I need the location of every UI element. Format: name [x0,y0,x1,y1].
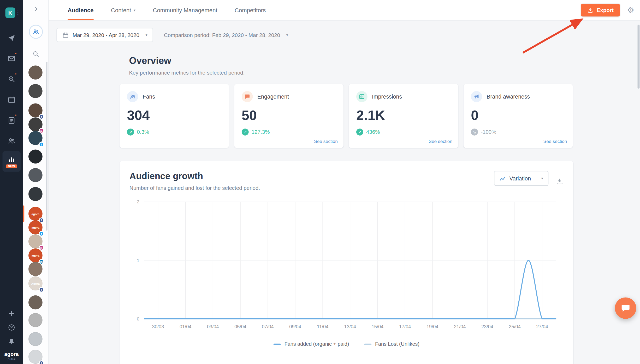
profile-avatar[interactable]: agorat [28,220,43,235]
sidebar-item-calendar[interactable] [2,89,21,110]
see-section-link[interactable]: See section [314,139,338,144]
svg-text:30/03: 30/03 [152,324,164,329]
profile-avatar[interactable]: ◎ [28,234,43,249]
trend-up-icon: ↗ [356,129,363,136]
chat-widget-button[interactable] [615,298,636,319]
chevron-down-icon: ▾ [146,33,147,37]
metric-value: 0 [471,107,565,123]
profile-avatar[interactable]: t [28,131,43,146]
metric-card-brand-awareness: Brand awareness0↘-100%See section [464,84,573,148]
svg-text:11/04: 11/04 [317,324,328,329]
filters-row: Mar 29, 2020 - Apr 28, 2020 ▾ Comparison… [56,28,640,42]
card-header: Brand awareness [471,91,565,102]
export-label: Export [597,7,614,13]
tab-competitors[interactable]: Competitors [235,0,266,20]
profile-avatar[interactable] [28,262,43,277]
svg-text:27/04: 27/04 [536,324,548,329]
logo-text: agora [4,351,19,357]
tab-community-management[interactable]: Community Management [153,0,217,20]
organization-button[interactable] [29,25,43,39]
tab-content[interactable]: Content▾ [111,0,135,20]
settings-gear-icon[interactable]: ⚙ [627,6,634,14]
profile-avatar[interactable]: f [28,104,43,118]
profile-search-icon[interactable] [23,50,49,58]
metric-delta: ↗127.3% [242,129,336,136]
page-scrollbar-thumb[interactable] [638,25,640,89]
svg-text:0: 0 [137,316,139,321]
profile-avatar[interactable] [28,313,43,328]
fans-icon [7,137,16,145]
facebook-badge-icon: f [39,287,44,293]
publishing-icon [7,34,16,42]
page-scroll-area: Mar 29, 2020 - Apr 28, 2020 ▾ Comparison… [49,21,640,364]
variation-dropdown[interactable]: Variation ▾ [494,171,548,186]
profile-avatar[interactable]: agoraf [28,207,43,222]
profile-avatar[interactable] [28,84,43,99]
brand-awareness-icon [471,91,482,102]
logo-subtext: pulse [4,358,19,361]
metric-label: Fans [143,94,155,100]
metric-delta: ↗0.3% [127,129,222,136]
export-button[interactable]: Export [581,4,620,16]
svg-text:2: 2 [137,199,139,204]
main-content: AudienceContent▾Community ManagementComp… [49,0,640,364]
profile-avatar[interactable] [28,295,43,310]
sidebar-item-reports[interactable] [2,110,21,131]
trend-up-icon: ↗ [242,129,249,136]
primary-sidebar-items: NEW [2,28,21,172]
metric-value: 50 [242,107,336,123]
tab-audience[interactable]: Audience [68,0,94,20]
date-range-picker[interactable]: Mar 29, 2020 - Apr 28, 2020 ▾ [56,28,153,42]
trend-down-icon: ↘ [471,129,478,136]
inbox-icon [7,54,16,63]
download-chart-icon[interactable] [556,177,563,185]
sidebar-item-inbox[interactable] [2,48,21,69]
legend-item[interactable]: Fans Lost (Unlikes) [364,341,419,347]
facebook-badge-icon: f [39,360,44,364]
profile-avatar[interactable]: ◎ [28,117,43,132]
profile-avatar[interactable] [28,187,43,202]
svg-text:1: 1 [137,258,139,263]
profile-avatar[interactable]: Agoraf [28,276,43,291]
more-options-icon[interactable]: ⋮ [15,10,21,15]
delta-value: 0.3% [137,129,149,135]
overview-subtitle: Key performance metrics for the selected… [129,70,573,76]
legend-item[interactable]: Fans added (organic + paid) [273,341,349,347]
metric-card-fans: Fans304↗0.3% [120,84,229,148]
profiles-scrollbar-thumb[interactable] [46,62,48,231]
primary-sidebar: K ⋮ NEW agora pulse [0,0,23,364]
metric-card-engagement: Engagement50↗127.3%See section [234,84,343,148]
comparison-period-value: Comparison period: Feb 29, 2020 - Mar 28… [164,32,280,38]
sidebar-item-publishing[interactable] [2,28,21,48]
avatar [28,187,43,201]
profile-avatar[interactable]: agorain [28,248,43,263]
help-icon[interactable] [8,324,15,331]
variation-label: Variation [509,175,531,181]
svg-text:21/04: 21/04 [454,324,466,329]
profile-avatar[interactable] [28,332,43,347]
svg-text:07/04: 07/04 [262,324,274,329]
profile-avatar[interactable]: f [28,350,43,364]
profile-avatar[interactable] [28,150,43,165]
chevron-down-icon: ▾ [286,33,288,37]
comparison-period-selector[interactable]: Comparison period: Feb 29, 2020 - Mar 28… [164,32,288,38]
avatar [28,150,43,164]
profile-avatar[interactable] [28,65,43,80]
sidebar-item-stats[interactable]: NEW [2,151,21,172]
agorapulse-logo: agora pulse [4,352,19,361]
bell-icon[interactable] [8,338,15,345]
sidebar-item-fans[interactable] [2,131,21,151]
primary-sidebar-bottom: agora pulse [4,310,19,364]
add-icon[interactable] [8,310,15,317]
expand-sidebar-icon[interactable] [23,6,49,12]
see-section-link[interactable]: See section [429,139,452,144]
impressions-icon [356,91,368,102]
see-section-link[interactable]: See section [543,139,567,144]
audience-growth-header: Audience growth Number of fans gained an… [129,171,563,191]
svg-text:15/04: 15/04 [372,324,383,329]
workspace-avatar[interactable]: K [5,7,15,18]
profile-avatar[interactable] [28,168,43,183]
new-badge: NEW [6,164,17,168]
legend-swatch [273,343,281,345]
sidebar-item-listening[interactable] [2,69,21,89]
